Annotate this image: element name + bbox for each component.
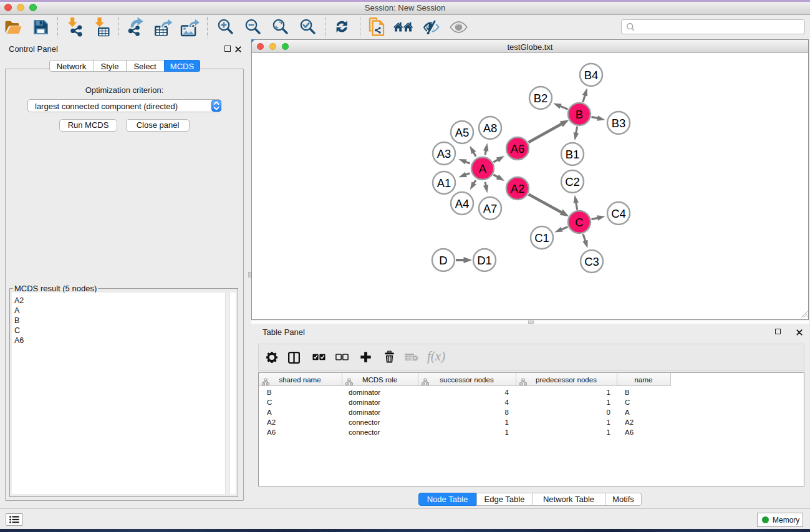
svg-text:C2: C2 (565, 175, 580, 188)
svg-text:A6: A6 (511, 142, 525, 155)
svg-text:B4: B4 (584, 69, 599, 82)
svg-text:B1: B1 (566, 148, 580, 161)
svg-text:C: C (575, 216, 583, 229)
svg-text:A4: A4 (455, 197, 470, 210)
svg-text:B3: B3 (612, 117, 626, 130)
svg-text:A3: A3 (437, 147, 451, 160)
svg-text:A2: A2 (511, 182, 525, 195)
svg-text:A8: A8 (483, 122, 498, 135)
svg-text:C1: C1 (534, 231, 549, 244)
svg-text:C3: C3 (584, 255, 599, 268)
svg-text:C4: C4 (611, 207, 626, 220)
svg-text:D: D (439, 254, 447, 267)
svg-text:A1: A1 (437, 177, 451, 190)
svg-text:A7: A7 (483, 202, 498, 215)
svg-text:B: B (576, 108, 583, 121)
svg-text:A5: A5 (455, 126, 470, 139)
svg-text:A: A (479, 162, 487, 175)
svg-text:D1: D1 (477, 254, 492, 267)
svg-text:B2: B2 (534, 92, 548, 105)
